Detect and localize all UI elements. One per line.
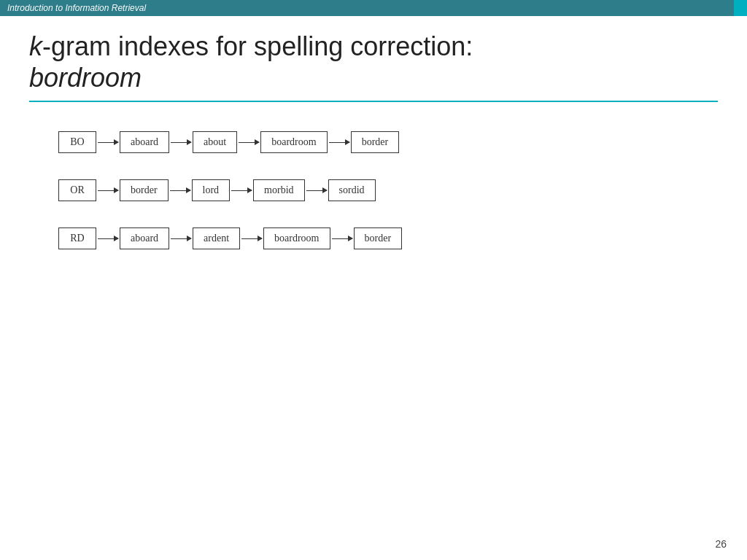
title-part1: -gram indexes for spelling correction: — [42, 31, 473, 61]
word-box: aboard — [120, 131, 169, 153]
word-box: aboard — [120, 228, 169, 249]
diagram-row-rd: RD aboard ardent boardroom border — [58, 228, 718, 249]
key-box-rd: RD — [58, 228, 96, 249]
arrow — [239, 142, 259, 144]
word-box: border — [351, 131, 400, 153]
header-accent — [734, 0, 747, 16]
title-part2: bordroom — [29, 63, 142, 93]
word-box: boardroom — [260, 131, 327, 153]
word-box: lord — [192, 179, 231, 201]
slide-title: k-gram indexes for spelling correction: … — [29, 31, 718, 93]
word-box: morbid — [253, 179, 304, 201]
arrow — [98, 238, 118, 240]
word-box: ardent — [193, 228, 240, 249]
diagram-row-bo: BO aboard about boardroom border — [58, 131, 718, 153]
diagram: BO aboard about boardroom border OR bord… — [29, 124, 718, 249]
header-bar: Introduction to Information Retrieval — [0, 0, 747, 16]
arrow — [171, 238, 191, 240]
arrow — [170, 190, 190, 192]
arrow — [231, 190, 252, 192]
word-box: about — [193, 131, 237, 153]
key-box-bo: BO — [58, 131, 96, 153]
slide-divider — [29, 101, 718, 102]
word-box: border — [120, 179, 169, 201]
arrow — [98, 190, 118, 192]
arrow — [98, 142, 118, 144]
page-number: 26 — [715, 538, 727, 550]
word-box: border — [354, 228, 403, 249]
header-title: Introduction to Information Retrieval — [7, 3, 146, 13]
word-box: sordid — [328, 179, 376, 201]
arrow — [171, 142, 191, 144]
arrow — [332, 238, 352, 240]
key-box-or: OR — [58, 179, 96, 201]
diagram-row-or: OR border lord morbid sordid — [58, 179, 718, 201]
arrow — [306, 190, 327, 192]
arrow — [329, 142, 349, 144]
title-k: k — [29, 31, 42, 61]
word-box: boardroom — [263, 228, 330, 249]
arrow — [241, 238, 262, 240]
slide-content: k-gram indexes for spelling correction: … — [0, 16, 747, 264]
